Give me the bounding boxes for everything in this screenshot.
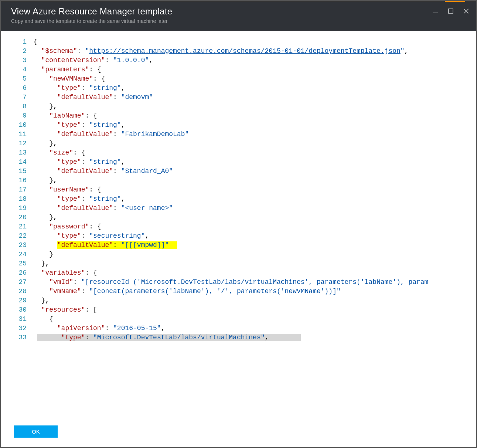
code-line[interactable]: 27 "vmId": "[resourceId ('Microsoft.DevT… (1, 278, 476, 287)
line-number: 25 (1, 259, 33, 268)
code-line[interactable]: 20 }, (1, 213, 476, 222)
ok-button[interactable]: OK (14, 425, 58, 438)
title-block: View Azure Resource Manager template Cop… (11, 6, 432, 24)
line-content[interactable]: }, (33, 176, 476, 185)
line-number: 24 (1, 250, 33, 259)
maximize-icon[interactable] (447, 8, 454, 14)
line-number: 13 (1, 148, 33, 157)
line-content[interactable]: "vmId": "[resourceId ('Microsoft.DevTest… (33, 278, 476, 287)
line-content[interactable]: }, (33, 259, 476, 268)
line-content[interactable]: "labName": { (33, 111, 476, 121)
code-line[interactable]: 8 }, (1, 102, 476, 111)
code-line[interactable]: 9 "labName": { (1, 111, 476, 121)
line-number: 30 (1, 305, 33, 315)
code-line[interactable]: 17 "userName": { (1, 185, 476, 194)
code-line[interactable]: 7 "defaultValue": "demovm" (1, 93, 476, 102)
line-number: 6 (1, 84, 33, 93)
line-content[interactable]: "type": "securestring", (33, 231, 476, 241)
line-number: 15 (1, 167, 33, 176)
code-editor[interactable]: 1{2 "$schema": "https://schema.managemen… (1, 31, 476, 417)
code-line[interactable]: 5 "newVMName": { (1, 74, 476, 84)
line-content[interactable]: "type": "string", (33, 194, 476, 204)
line-content[interactable]: "type": "Microsoft.DevTestLab/labs/virtu… (33, 333, 476, 342)
code-line[interactable]: 24 } (1, 250, 476, 259)
line-content[interactable]: "type": "string", (33, 121, 476, 130)
code-line[interactable]: 6 "type": "string", (1, 84, 476, 93)
line-content[interactable]: "$schema": "https://schema.management.az… (33, 47, 476, 56)
line-number: 1 (1, 37, 33, 47)
line-number: 20 (1, 213, 33, 222)
line-number: 16 (1, 176, 33, 185)
line-number: 18 (1, 194, 33, 204)
line-content[interactable]: }, (33, 102, 476, 111)
line-content[interactable]: { (33, 37, 476, 47)
line-number: 14 (1, 157, 33, 167)
line-content[interactable]: "defaultValue": "demovm" (33, 93, 476, 102)
code-line[interactable]: 19 "defaultValue": "<user name>" (1, 204, 476, 213)
code-line[interactable]: 30 "resources": [ (1, 305, 476, 315)
line-content[interactable]: "type": "string", (33, 157, 476, 167)
code-line[interactable]: 4 "parameters": { (1, 65, 476, 74)
minimize-icon[interactable] (432, 8, 439, 14)
titlebar: View Azure Resource Manager template Cop… (1, 1, 476, 31)
line-content[interactable]: }, (33, 296, 476, 305)
line-number: 5 (1, 74, 33, 84)
code-line[interactable]: 15 "defaultValue": "Standard_A0" (1, 167, 476, 176)
line-number: 9 (1, 111, 33, 121)
code-line[interactable]: 25 }, (1, 259, 476, 268)
code-line[interactable]: 29 }, (1, 296, 476, 305)
code-line[interactable]: 33 "type": "Microsoft.DevTestLab/labs/vi… (1, 333, 476, 342)
code-line[interactable]: 2 "$schema": "https://schema.management.… (1, 47, 476, 56)
code-line[interactable]: 31 { (1, 315, 476, 324)
line-number: 19 (1, 204, 33, 213)
code-line[interactable]: 28 "vmName": "[concat(parameters('labNam… (1, 287, 476, 296)
line-content[interactable]: "userName": { (33, 185, 476, 194)
code-line[interactable]: 21 "password": { (1, 222, 476, 231)
footer: OK (1, 417, 476, 447)
line-number: 27 (1, 278, 33, 287)
code-line[interactable]: 12 }, (1, 139, 476, 148)
line-content[interactable]: "vmName": "[concat(parameters('labName')… (33, 287, 476, 296)
code-line[interactable]: 13 "size": { (1, 148, 476, 157)
editor-wrap: 1{2 "$schema": "https://schema.managemen… (1, 31, 476, 417)
line-content[interactable]: "password": { (33, 222, 476, 231)
line-content[interactable]: "type": "string", (33, 84, 476, 93)
line-content[interactable]: "defaultValue": "[[[vmpwd]]" (33, 241, 476, 250)
line-content[interactable]: "contentVersion": "1.0.0.0", (33, 56, 476, 65)
svg-rect-1 (449, 9, 453, 13)
line-number: 7 (1, 93, 33, 102)
line-content[interactable]: } (33, 250, 476, 259)
code-line[interactable]: 16 }, (1, 176, 476, 185)
code-line[interactable]: 26 "variables": { (1, 268, 476, 278)
line-content[interactable]: }, (33, 139, 476, 148)
code-line[interactable]: 10 "type": "string", (1, 121, 476, 130)
code-line[interactable]: 3 "contentVersion": "1.0.0.0", (1, 56, 476, 65)
code-line[interactable]: 23 "defaultValue": "[[[vmpwd]]" (1, 241, 476, 250)
dialog-subtitle: Copy and save the template to create the… (11, 18, 432, 24)
line-content[interactable]: "defaultValue": "FabrikamDemoLab" (33, 130, 476, 139)
line-number: 32 (1, 324, 33, 333)
line-number: 11 (1, 130, 33, 139)
code-line[interactable]: 32 "apiVersion": "2016-05-15", (1, 324, 476, 333)
line-number: 12 (1, 139, 33, 148)
line-number: 21 (1, 222, 33, 231)
code-line[interactable]: 18 "type": "string", (1, 194, 476, 204)
code-line[interactable]: 1{ (1, 37, 476, 47)
code-line[interactable]: 22 "type": "securestring", (1, 231, 476, 241)
line-content[interactable]: "variables": { (33, 268, 476, 278)
line-content[interactable]: "parameters": { (33, 65, 476, 74)
close-icon[interactable] (463, 8, 470, 14)
line-content[interactable]: "defaultValue": "Standard_A0" (33, 167, 476, 176)
line-content[interactable]: }, (33, 213, 476, 222)
line-number: 4 (1, 65, 33, 74)
line-content[interactable]: "apiVersion": "2016-05-15", (33, 324, 476, 333)
line-content[interactable]: "size": { (33, 148, 476, 157)
code-line[interactable]: 11 "defaultValue": "FabrikamDemoLab" (1, 130, 476, 139)
line-number: 28 (1, 287, 33, 296)
line-content[interactable]: { (33, 315, 476, 324)
line-number: 8 (1, 102, 33, 111)
line-content[interactable]: "resources": [ (33, 305, 476, 315)
line-content[interactable]: "newVMName": { (33, 74, 476, 84)
code-line[interactable]: 14 "type": "string", (1, 157, 476, 167)
line-content[interactable]: "defaultValue": "<user name>" (33, 204, 476, 213)
